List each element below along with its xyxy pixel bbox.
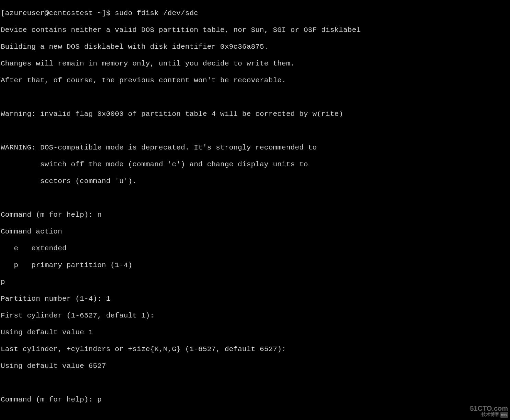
output-line: Command action xyxy=(1,228,510,236)
command-prompt-line: Command (m for help): n xyxy=(1,211,510,219)
output-line: e extended xyxy=(1,244,510,253)
output-line: Device contains neither a valid DOS part… xyxy=(1,26,510,35)
watermark-top: 51CTO.com xyxy=(470,405,508,411)
warning-line: Warning: invalid flag 0x0000 of partitio… xyxy=(1,110,510,119)
terminal-output[interactable]: [azureuser@centostest ~]$ sudo fdisk /de… xyxy=(0,0,510,420)
watermark: 51CTO.com 技术博客Blog xyxy=(470,405,508,418)
prompt-command-line: [azureuser@centostest ~]$ sudo fdisk /de… xyxy=(1,9,510,18)
blank-line xyxy=(1,194,510,203)
output-line: Changes will remain in memory only, unti… xyxy=(1,60,510,68)
warning-line: WARNING: DOS-compatible mode is deprecat… xyxy=(1,144,510,152)
user-input-line: p xyxy=(1,278,510,287)
input-prompt-line: First cylinder (1-6527, default 1): xyxy=(1,312,510,320)
output-line: p primary partition (1-4) xyxy=(1,261,510,270)
command-prompt-line: Command (m for help): p xyxy=(1,396,510,404)
blank-line xyxy=(1,93,510,102)
output-line: Using default value 6527 xyxy=(1,362,510,371)
blank-line xyxy=(1,379,510,387)
watermark-badge: Blog xyxy=(500,412,508,418)
blank-line xyxy=(1,412,510,420)
input-prompt-line: Last cylinder, +cylinders or +size{K,M,G… xyxy=(1,345,510,354)
input-prompt-line: Partition number (1-4): 1 xyxy=(1,295,510,303)
output-line: Using default value 1 xyxy=(1,328,510,337)
warning-line: sectors (command 'u'). xyxy=(1,177,510,186)
blank-line xyxy=(1,127,510,135)
watermark-bottom: 技术博客Blog xyxy=(470,411,508,418)
output-line: After that, of course, the previous cont… xyxy=(1,76,510,85)
warning-line: switch off the mode (command 'c') and ch… xyxy=(1,160,510,169)
output-line: Building a new DOS disklabel with disk i… xyxy=(1,43,510,51)
